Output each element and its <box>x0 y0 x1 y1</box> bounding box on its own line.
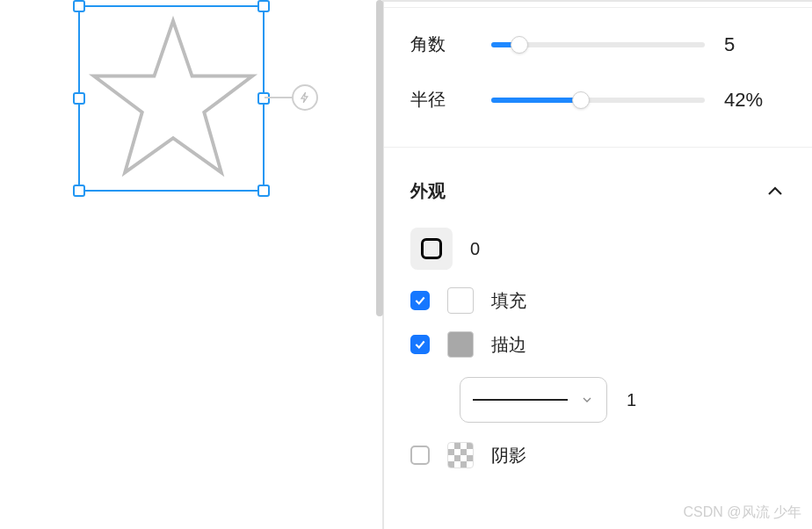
slider-section: 角数 5 半径 42% <box>384 7 812 147</box>
fill-label: 填充 <box>491 289 526 313</box>
corner-radius-row: 0 <box>384 219 812 279</box>
chevron-down-icon <box>580 393 594 407</box>
radius-label: 半径 <box>410 88 472 112</box>
shadow-swatch[interactable] <box>447 442 474 468</box>
shadow-row: 阴影 <box>384 433 812 477</box>
rounded-square-icon <box>421 238 442 259</box>
radius-slider[interactable] <box>491 98 705 103</box>
resize-handle-cl[interactable] <box>73 92 85 105</box>
resize-handle-bl[interactable] <box>73 185 85 197</box>
stroke-line-preview <box>473 399 568 401</box>
stroke-style-row: 1 <box>433 366 812 433</box>
points-label: 角数 <box>410 33 472 56</box>
resize-handle-tr[interactable] <box>257 0 270 12</box>
points-slider[interactable] <box>491 42 705 47</box>
resize-handle-tl[interactable] <box>73 0 85 12</box>
stroke-width-value[interactable]: 1 <box>627 390 636 410</box>
resize-handle-cr[interactable] <box>257 92 270 105</box>
check-icon <box>414 338 426 351</box>
canvas-area[interactable] <box>0 0 382 529</box>
radius-value[interactable]: 42% <box>724 89 786 112</box>
points-row: 角数 5 <box>384 17 812 72</box>
corner-radius-toggle[interactable] <box>410 228 453 270</box>
check-icon <box>414 294 426 307</box>
star-shape[interactable] <box>87 14 259 186</box>
panel-top-divider <box>384 0 812 2</box>
quick-action-badge[interactable] <box>292 84 318 111</box>
stroke-row-main: 描边 <box>384 322 812 366</box>
appearance-header[interactable]: 外观 <box>384 156 812 219</box>
stroke-checkbox[interactable] <box>410 335 430 354</box>
lightning-icon <box>299 91 311 105</box>
properties-panel: 角数 5 半径 42% 外观 <box>382 0 812 529</box>
appearance-title: 外观 <box>410 179 446 203</box>
radius-slider-thumb[interactable] <box>572 91 590 109</box>
selection-box[interactable] <box>78 5 265 192</box>
stroke-swatch[interactable] <box>447 331 474 358</box>
corner-radius-value[interactable]: 0 <box>470 239 480 259</box>
shadow-label: 阴影 <box>491 444 526 467</box>
quick-action-connector <box>265 97 294 98</box>
scrollbar-vertical[interactable] <box>376 0 383 316</box>
fill-swatch[interactable] <box>447 287 474 314</box>
shadow-checkbox[interactable] <box>410 446 430 465</box>
resize-handle-br[interactable] <box>257 185 270 197</box>
points-value[interactable]: 5 <box>724 33 786 56</box>
appearance-section: 外观 0 填充 <box>384 147 812 496</box>
fill-row: 填充 <box>384 279 812 322</box>
stroke-label: 描边 <box>491 333 526 357</box>
fill-checkbox[interactable] <box>410 291 430 310</box>
chevron-up-icon <box>765 181 786 202</box>
points-slider-thumb[interactable] <box>511 36 528 54</box>
radius-row: 半径 42% <box>384 72 812 127</box>
svg-marker-0 <box>94 21 252 172</box>
stroke-style-select[interactable] <box>460 377 607 423</box>
